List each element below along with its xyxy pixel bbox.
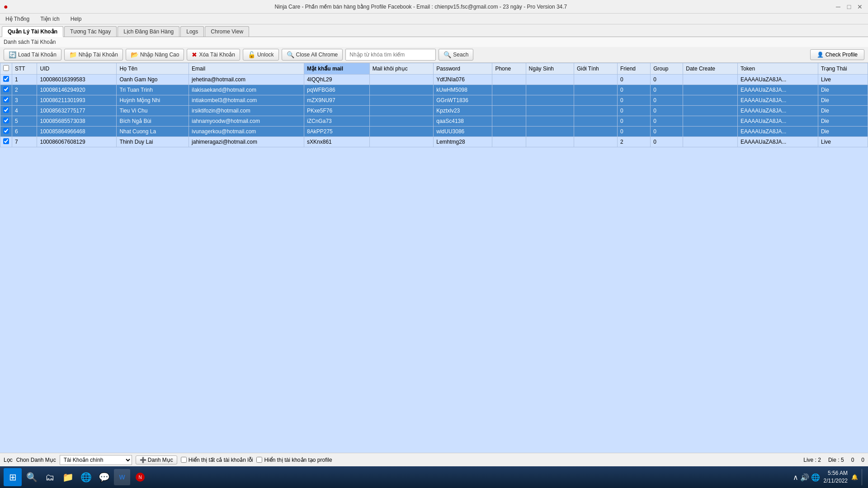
tab-lich-dang-ban-hang[interactable]: Lịch Đăng Bán Hàng xyxy=(118,26,179,37)
cell-group: 0 xyxy=(651,137,683,147)
col-trang-thai: Trạng Thái xyxy=(818,63,868,75)
row-checkbox[interactable] xyxy=(3,107,9,113)
start-button[interactable]: ⊞ xyxy=(4,468,22,486)
plus-icon: ➕ xyxy=(140,457,146,463)
cell-email: ivunagerkou@hotmail.com xyxy=(189,127,304,137)
filter-loi-checkbox[interactable] xyxy=(181,457,187,463)
taskbar-explorer[interactable]: 📁 xyxy=(60,469,76,485)
add-category-button[interactable]: ➕ Danh Mục xyxy=(136,455,177,465)
cell-ngay-sinh xyxy=(526,127,574,137)
cell-stt: 1 xyxy=(12,75,37,85)
cell-mat-khau-mail: pqWFBG86 xyxy=(304,85,370,95)
cell-mail-khoi-phuc xyxy=(369,106,434,116)
tab-quan-ly-tai-khoan[interactable]: Quản Lý Tài Khoản xyxy=(2,26,63,37)
row-checkbox[interactable] xyxy=(3,117,9,123)
row-checkbox[interactable] xyxy=(3,138,9,144)
cell-phone xyxy=(492,106,526,116)
taskbar-skype[interactable]: 💬 xyxy=(96,469,112,485)
xoa-icon: ✖ xyxy=(192,51,197,58)
check-profile-button[interactable]: 👤 Check Profile xyxy=(810,49,864,60)
select-all-checkbox[interactable] xyxy=(3,65,9,71)
col-mat-khau-mail: Mật khẩu mail xyxy=(304,63,370,75)
menu-he-thong[interactable]: Hệ Thống xyxy=(4,15,31,23)
category-select[interactable]: Tài Khoản chính xyxy=(60,455,132,465)
table-row[interactable]: 7 100086067608129 Thinh Duy Lai jahimera… xyxy=(0,137,868,147)
close-button[interactable]: ✕ xyxy=(855,2,864,11)
cell-password: GGnWT1836 xyxy=(434,95,492,106)
menu-bar: Hệ Thống Tiện ích Help xyxy=(0,14,868,24)
taskbar: ⊞ 🔍 🗂 📁 🌐 💬 W N ∧ 🔊 🌐 5:56 AM 2/11/2022 … xyxy=(0,466,868,488)
close-all-chrome-button[interactable]: 🔍 Close All Chrome xyxy=(282,49,343,61)
search-button[interactable]: 🔍 Seach xyxy=(439,49,473,61)
cell-mat-khau-mail: 4IQQhL29 xyxy=(304,75,370,85)
chon-danh-muc-label: Chon Danh Mục xyxy=(16,457,56,463)
maximize-button[interactable]: □ xyxy=(844,2,854,11)
menu-help[interactable]: Help xyxy=(69,15,84,23)
cell-phone xyxy=(492,137,526,147)
toolbar: 🔄 Load Tài Khoản 📁 Nhập Tài Khoản 📂 Nhập… xyxy=(0,47,868,63)
tab-logs[interactable]: Logs xyxy=(180,26,204,37)
table-row[interactable]: 6 100085864966468 Nhat Cuong La ivunager… xyxy=(0,127,868,137)
unlock-button[interactable]: 🔓 Unlock xyxy=(243,49,279,61)
tab-chrome-view[interactable]: Chrome View xyxy=(205,26,249,37)
menu-tien-ich[interactable]: Tiện ích xyxy=(38,15,61,23)
table-row[interactable]: 3 100086211301993 Huỳnh Mộng Nhi intiako… xyxy=(0,95,868,106)
show-hidden-icon[interactable]: ∧ xyxy=(793,473,798,482)
cell-phone xyxy=(492,75,526,85)
tab-tuong-tac-ngay[interactable]: Tương Tác Ngay xyxy=(64,26,117,37)
taskbar-word[interactable]: W xyxy=(114,469,130,485)
col-ngay-sinh: Ngày Sinh xyxy=(526,63,574,75)
cell-trang-thai: Live xyxy=(818,75,868,85)
cell-ngay-sinh xyxy=(526,116,574,127)
accounts-table: STT UID Họ Tên Email Mật khẩu mail Mail … xyxy=(0,63,868,147)
filter-profile-checkbox[interactable] xyxy=(256,457,262,463)
row-checkbox[interactable] xyxy=(3,128,9,134)
table-row[interactable]: 4 100085632775177 Tieu Vi Chu irsiktifoz… xyxy=(0,106,868,116)
window-controls: ─ □ ✕ xyxy=(834,2,864,11)
table-row[interactable]: 2 100086146294920 Tri Tuan Trinh ilakisa… xyxy=(0,85,868,95)
load-icon: 🔄 xyxy=(9,51,16,58)
close-chrome-label: Close All Chrome xyxy=(296,52,338,58)
cell-token: EAAAAUaZA8JA... xyxy=(738,127,818,137)
cell-date-create xyxy=(683,75,738,85)
show-desktop[interactable] xyxy=(862,469,864,485)
cell-friend: 2 xyxy=(618,137,651,147)
cell-trang-thai: Die xyxy=(818,95,868,106)
row-checkbox[interactable] xyxy=(3,86,9,92)
cell-gioi-tinh xyxy=(574,137,617,147)
live-stat: Live : 2 xyxy=(803,457,821,463)
network-icon[interactable]: 🌐 xyxy=(811,473,820,482)
cell-mail-khoi-phuc xyxy=(369,116,434,127)
notification-icon[interactable]: 🔔 xyxy=(851,474,858,480)
clock[interactable]: 5:56 AM 2/11/2022 xyxy=(824,469,848,485)
filter-loi-text: Hiển thị tất cả tài khoản lỗi xyxy=(189,457,253,463)
cell-password: YdfJNIa076 xyxy=(434,75,492,85)
speaker-icon[interactable]: 🔊 xyxy=(800,473,809,482)
xoa-tai-khoan-button[interactable]: ✖ Xóa Tài Khoản xyxy=(187,49,240,61)
window-title: Ninja Care - Phần mềm bán hàng bằng Prof… xyxy=(8,4,834,10)
row-checkbox-cell xyxy=(0,127,12,137)
nhap-nang-cao-button[interactable]: 📂 Nhập Nâng Cao xyxy=(126,49,184,61)
taskbar-ninja[interactable]: N xyxy=(132,469,148,485)
nhap-tai-khoan-button[interactable]: 📁 Nhập Tài Khoản xyxy=(64,49,123,61)
row-checkbox-cell xyxy=(0,106,12,116)
unlock-label: Unlock xyxy=(257,52,274,58)
cell-ho-ten: Bích Ngả Bùi xyxy=(117,116,189,127)
search-input[interactable] xyxy=(345,49,436,61)
cell-group: 0 xyxy=(651,75,683,85)
load-tai-khoan-button[interactable]: 🔄 Load Tài Khoản xyxy=(4,49,61,61)
stats-area: Live : 2 Die : 5 0 0 xyxy=(803,457,864,463)
cell-stt: 2 xyxy=(12,85,37,95)
taskbar-search[interactable]: 🔍 xyxy=(24,469,40,485)
table-row[interactable]: 5 100085685573038 Bích Ngả Bùi iahnamyoo… xyxy=(0,116,868,127)
minimize-button[interactable]: ─ xyxy=(834,2,843,11)
cell-password: widUU3086 xyxy=(434,127,492,137)
taskbar-task-view[interactable]: 🗂 xyxy=(42,469,58,485)
cell-gioi-tinh xyxy=(574,85,617,95)
table-row[interactable]: 1 100086016399583 Oanh Gam Ngo jehetina@… xyxy=(0,75,868,85)
row-checkbox[interactable] xyxy=(3,76,9,82)
cell-ho-ten: Nhat Cuong La xyxy=(117,127,189,137)
row-checkbox[interactable] xyxy=(3,97,9,103)
taskbar-edge[interactable]: 🌐 xyxy=(78,469,94,485)
taskbar-right: ∧ 🔊 🌐 5:56 AM 2/11/2022 🔔 xyxy=(793,469,864,485)
